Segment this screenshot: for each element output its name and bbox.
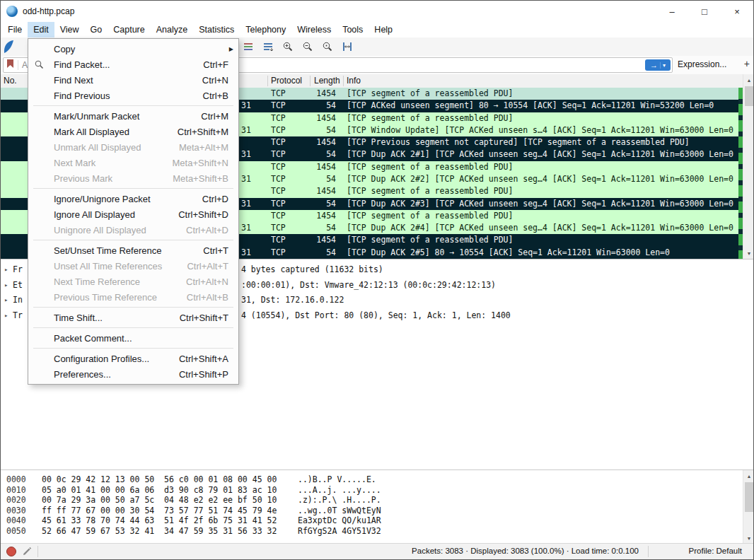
filter-history-caret-icon[interactable]: ▾ — [660, 62, 666, 69]
menubar-item-file[interactable]: File — [2, 22, 28, 37]
colorize-packets-icon[interactable] — [240, 39, 257, 54]
menubar-item-telephony[interactable]: Telephony — [240, 22, 291, 37]
menu-item-next-time-reference[interactable]: Next Time ReferenceCtrl+Alt+N — [28, 274, 238, 289]
column-divider — [343, 76, 344, 86]
close-icon[interactable]: × — [721, 1, 753, 22]
profile-label[interactable]: Profile: Default — [689, 547, 742, 555]
expander-icon[interactable]: ▸ — [4, 278, 8, 293]
expert-info-icon[interactable] — [6, 547, 16, 556]
packet-list-scrollbar[interactable]: ▲ ▼ — [743, 74, 754, 259]
menu-item-label: Unmark All Displayed — [54, 142, 141, 153]
menubar-item-edit[interactable]: Edit — [28, 22, 54, 37]
menu-item-shortcut: Ctrl+Shift+M — [161, 127, 228, 137]
cell-protocol: TCP — [271, 210, 286, 222]
toolbar-icons — [240, 38, 356, 55]
maximize-icon[interactable]: □ — [688, 1, 721, 22]
hex-offset: 0000 — [6, 474, 26, 485]
cell-protocol: TCP — [271, 124, 286, 136]
menu-item-find-previous[interactable]: Find PreviousCtrl+B — [28, 88, 238, 103]
expander-icon[interactable]: ▸ — [4, 262, 8, 278]
scroll-up-icon[interactable]: ▲ — [743, 470, 754, 482]
menu-item-unset-all-time-references[interactable]: Unset All Time ReferencesCtrl+Alt+T — [28, 258, 238, 274]
hex-bytes: 45 61 33 78 70 74 44 63 51 4f 2f 6b 75 3… — [42, 515, 277, 526]
menu-separator — [33, 240, 233, 240]
menubar-item-view[interactable]: View — [54, 22, 85, 37]
hex-line[interactable]: 001005 a0 01 41 00 00 6a 06 d3 90 c8 79 … — [1, 485, 754, 496]
hex-offset: 0020 — [6, 495, 26, 506]
column-header-info[interactable]: Info — [347, 76, 361, 86]
menu-item-unignore-all-displayed[interactable]: Unignore All DisplayedCtrl+Alt+D — [28, 222, 238, 238]
bookmark-icon[interactable] — [6, 59, 14, 71]
hex-line[interactable]: 002000 7a 29 3a 00 50 a7 5c 04 48 e2 e2 … — [1, 495, 754, 506]
hex-line[interactable]: 0030ff ff 77 67 00 00 30 54 73 57 77 51 … — [1, 506, 754, 516]
wireshark-app-icon[interactable] — [6, 6, 18, 17]
cell-length: 1454 — [309, 112, 336, 124]
menu-item-shortcut: Ctrl+Shift+D — [161, 209, 228, 220]
menu-item-find-packet[interactable]: Find Packet...Ctrl+F — [28, 57, 238, 72]
zoom-original-icon[interactable] — [319, 39, 336, 54]
menu-item-mark-unmark-packet[interactable]: Mark/Unmark PacketCtrl+M — [28, 108, 238, 124]
menubar-item-analyze[interactable]: Analyze — [151, 22, 193, 37]
menu-item-shortcut: Ctrl+M — [184, 111, 228, 122]
scroll-up-icon[interactable]: ▲ — [743, 74, 754, 86]
column-header-length[interactable]: Length — [314, 76, 340, 86]
menu-item-preferences[interactable]: Preferences...Ctrl+Shift+P — [28, 366, 238, 382]
menubar-item-tools[interactable]: Tools — [337, 22, 369, 37]
statusbar-divider — [37, 546, 38, 557]
apply-filter-button[interactable]: → ▾ — [645, 59, 671, 71]
menubar-item-help[interactable]: Help — [369, 22, 398, 37]
menu-item-next-mark[interactable]: Next MarkMeta+Shift+N — [28, 155, 238, 170]
scrollbar-thumb[interactable] — [745, 86, 753, 106]
scroll-down-icon[interactable]: ▼ — [743, 247, 754, 259]
capture-comment-icon[interactable] — [22, 547, 32, 558]
menu-item-mark-all-displayed[interactable]: Mark All DisplayedCtrl+Shift+M — [28, 124, 238, 139]
expression-button[interactable]: Expression... — [678, 59, 726, 69]
menubar-item-wireless[interactable]: Wireless — [291, 22, 337, 37]
scrollbar-thumb[interactable] — [745, 482, 753, 512]
menu-item-ignore-unignore-packet[interactable]: Ignore/Unignore PacketCtrl+D — [28, 191, 238, 206]
status-bar: Packets: 3083 · Displayed: 3083 (100.0%)… — [1, 543, 753, 559]
expander-icon[interactable]: ▸ — [4, 308, 8, 324]
cell-length: 54 — [309, 100, 336, 112]
menu-item-configuration-profiles[interactable]: Configuration Profiles...Ctrl+Shift+A — [28, 351, 238, 366]
menubar-item-go[interactable]: Go — [85, 22, 108, 37]
menu-item-copy[interactable]: Copy▶ — [28, 41, 238, 57]
minimize-icon[interactable]: – — [656, 1, 688, 22]
hex-line[interactable]: 000000 0c 29 42 12 13 00 50 56 c0 00 01 … — [1, 474, 754, 485]
resize-columns-icon[interactable] — [339, 39, 356, 54]
menu-item-packet-comment[interactable]: Packet Comment... — [28, 330, 238, 346]
hex-line[interactable]: 004045 61 33 78 70 74 44 63 51 4f 2f 6b … — [1, 515, 754, 526]
hex-line[interactable]: 005052 66 47 59 67 53 32 41 34 47 59 35 … — [1, 526, 754, 537]
menu-separator — [33, 348, 233, 349]
menu-separator — [33, 307, 233, 308]
menu-separator — [33, 105, 233, 106]
hex-scrollbar[interactable]: ▲ ▼ — [743, 470, 754, 544]
zoom-out-icon[interactable] — [299, 39, 316, 54]
column-header-no[interactable]: No. — [4, 76, 17, 86]
hex-lines: 000000 0c 29 42 12 13 00 50 56 c0 00 01 … — [1, 470, 754, 536]
menu-item-label: Mark/Unmark Packet — [54, 111, 139, 122]
column-header-protocol[interactable]: Protocol — [271, 76, 302, 86]
menu-item-previous-time-reference[interactable]: Previous Time ReferenceCtrl+Alt+B — [28, 289, 238, 305]
hex-bytes: 05 a0 01 41 00 00 6a 06 d3 90 c8 79 01 8… — [42, 485, 277, 496]
cell-info: [TCP segment of a reassembled PDU] — [347, 88, 513, 100]
menubar-item-statistics[interactable]: Statistics — [193, 22, 240, 37]
menu-item-unmark-all-displayed[interactable]: Unmark All DisplayedMeta+Alt+M — [28, 139, 238, 155]
menu-item-label: Unignore All Displayed — [54, 225, 146, 235]
filter-divider — [18, 60, 18, 70]
cell-info: [TCP Dup ACK 2#2] [TCP ACKed unseen seg…… — [347, 173, 733, 185]
capture-fin-icon[interactable] — [2, 40, 15, 57]
menubar-item-capture[interactable]: Capture — [108, 22, 150, 37]
menu-item-previous-mark[interactable]: Previous MarkMeta+Shift+B — [28, 170, 238, 186]
expander-icon[interactable]: ▸ — [4, 293, 8, 308]
hex-ascii: ...A..j. ...y.... — [298, 485, 381, 496]
menu-item-set-unset-time-reference[interactable]: Set/Unset Time ReferenceCtrl+T — [28, 243, 238, 258]
menu-item-ignore-all-displayed[interactable]: Ignore All DisplayedCtrl+Shift+D — [28, 206, 238, 222]
cell-info: [TCP Previous segment not captured] [TCP… — [347, 136, 690, 148]
auto-scroll-icon[interactable] — [260, 39, 277, 54]
zoom-in-icon[interactable] — [279, 39, 296, 54]
scroll-down-icon[interactable]: ▼ — [743, 532, 754, 544]
add-filter-button[interactable]: + — [744, 58, 750, 69]
menu-item-find-next[interactable]: Find NextCtrl+N — [28, 72, 238, 88]
menu-item-time-shift[interactable]: Time Shift...Ctrl+Shift+T — [28, 310, 238, 325]
